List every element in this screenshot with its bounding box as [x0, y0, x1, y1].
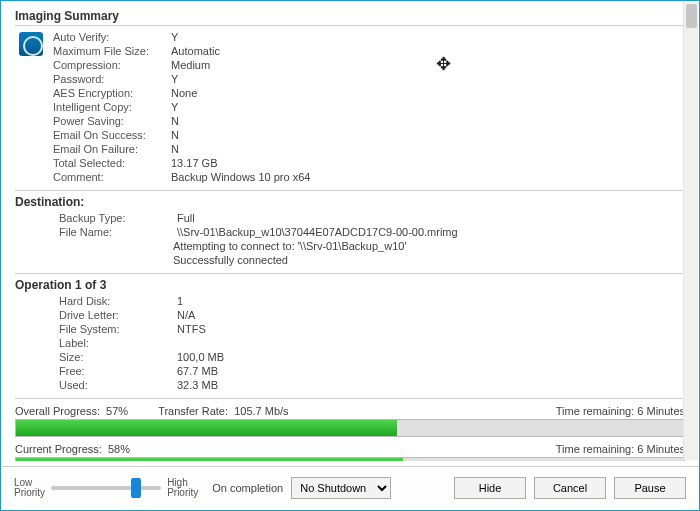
label: File System:: [59, 322, 169, 336]
label: Size:: [59, 350, 169, 364]
label: Used:: [59, 378, 169, 392]
disk-icon: [19, 32, 43, 56]
current-time-remaining: Time remaining: 6 Minutes: [556, 443, 685, 455]
connect-attempt-msg: Attempting to connect to: '\\Srv-01\Back…: [173, 239, 685, 253]
cancel-button[interactable]: Cancel: [534, 477, 606, 499]
main-content: Imaging Summary Auto Verify:Y Maximum Fi…: [1, 1, 699, 461]
value: Backup Windows 10 pro x64: [171, 170, 310, 184]
summary-kv: Auto Verify:Y Maximum File Size:Automati…: [53, 30, 310, 184]
label: Power Saving:: [53, 114, 163, 128]
label: Email On Failure:: [53, 142, 163, 156]
label: Comment:: [53, 170, 163, 184]
value: [177, 336, 685, 350]
value: 13.17 GB: [171, 156, 310, 170]
operation-kv: Hard Disk:1 Drive Letter:N/A File System…: [59, 294, 685, 392]
label: File Name:: [59, 225, 169, 239]
label: Auto Verify:: [53, 30, 163, 44]
label: Password:: [53, 72, 163, 86]
scrollbar-thumb[interactable]: [686, 4, 697, 28]
destination-kv: Backup Type:Full File Name:\\Srv-01\Back…: [59, 211, 685, 239]
label: Free:: [59, 364, 169, 378]
label: Email On Success:: [53, 128, 163, 142]
label: Drive Letter:: [59, 308, 169, 322]
value: Full: [177, 211, 685, 225]
value: N/A: [177, 308, 685, 322]
label: Hard Disk:: [59, 294, 169, 308]
overall-progress-bar: [15, 419, 685, 437]
priority-slider-group: LowPriority HighPriority: [14, 478, 198, 498]
pause-button[interactable]: Pause: [614, 477, 686, 499]
value: 32.3 MB: [177, 378, 685, 392]
overall-progress-row: Overall Progress: 57% Transfer Rate: 105…: [15, 405, 685, 417]
priority-slider[interactable]: [51, 486, 161, 490]
label: Label:: [59, 336, 169, 350]
current-progress-row: Current Progress: 58% Time remaining: 6 …: [15, 443, 685, 455]
value: Y: [171, 72, 310, 86]
label: Total Selected:: [53, 156, 163, 170]
current-progress-fill: [16, 458, 403, 461]
on-completion-select[interactable]: No Shutdown: [291, 477, 391, 499]
divider: [15, 25, 685, 26]
vertical-scrollbar[interactable]: [683, 2, 698, 460]
value: N: [171, 142, 310, 156]
footer-bar: LowPriority HighPriority On completion N…: [2, 466, 698, 509]
overall-progress-pct: 57%: [106, 405, 128, 417]
on-completion-label: On completion: [212, 482, 283, 494]
label: Intelligent Copy:: [53, 100, 163, 114]
label: Compression:: [53, 58, 163, 72]
value: N: [171, 128, 310, 142]
label: AES Encryption:: [53, 86, 163, 100]
value: Automatic: [171, 44, 310, 58]
overall-progress-label: Overall Progress:: [15, 405, 100, 417]
connect-success-msg: Successfully connected: [173, 253, 685, 267]
label: Backup Type:: [59, 211, 169, 225]
imaging-summary-title: Imaging Summary: [15, 9, 685, 23]
value: \\Srv-01\Backup_w10\37044E07ADCD17C9-00-…: [177, 225, 685, 239]
value: None: [171, 86, 310, 100]
current-progress-pct: 58%: [108, 443, 130, 455]
overall-progress-fill: [16, 420, 397, 436]
transfer-rate-value: 105.7 Mb/s: [234, 405, 288, 417]
value: Y: [171, 100, 310, 114]
operation-title: Operation 1 of 3: [15, 278, 685, 292]
current-progress-bar: [15, 457, 685, 461]
value: 1: [177, 294, 685, 308]
transfer-rate-label: Transfer Rate:: [158, 405, 228, 417]
high-priority-label: HighPriority: [167, 478, 198, 498]
overall-time-remaining: Time remaining: 6 Minutes: [556, 405, 685, 417]
hide-button[interactable]: Hide: [454, 477, 526, 499]
value: Y: [171, 30, 310, 44]
divider: [15, 273, 685, 274]
value: NTFS: [177, 322, 685, 336]
low-priority-label: LowPriority: [14, 478, 45, 498]
current-progress-label: Current Progress:: [15, 443, 102, 455]
label: Maximum File Size:: [53, 44, 163, 58]
destination-title: Destination:: [15, 195, 685, 209]
value: N: [171, 114, 310, 128]
divider: [15, 398, 685, 399]
value: 100,0 MB: [177, 350, 685, 364]
divider: [15, 190, 685, 191]
summary-block: Auto Verify:Y Maximum File Size:Automati…: [15, 30, 685, 184]
value: 67.7 MB: [177, 364, 685, 378]
value: Medium: [171, 58, 310, 72]
